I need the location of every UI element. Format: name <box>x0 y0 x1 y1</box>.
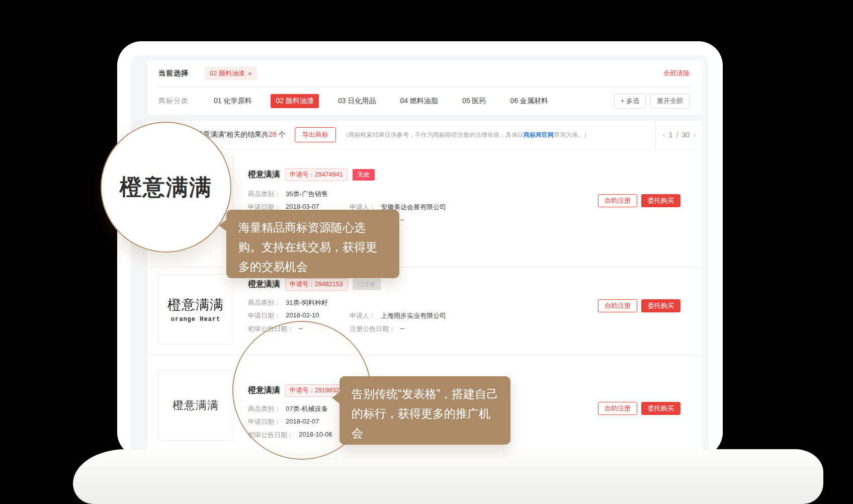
magnifier-circle-top: 橙意满满 <box>101 122 231 253</box>
field-label: 申请日期： <box>248 311 281 320</box>
application-number-value: 29482153 <box>315 281 343 288</box>
application-number-tag: 申请号：29482153 <box>285 278 348 291</box>
current-page: 1 <box>669 131 673 139</box>
entrust-purchase-button[interactable]: 委托购买 <box>641 194 680 207</box>
category-tools: + 多选 展开全部 <box>614 94 690 109</box>
table-row: 橙意满满 orange Heart 橙意满满 申请号：29482153 已注册 … <box>147 267 703 355</box>
field-label: 申请人： <box>350 311 376 320</box>
trademark-image[interactable]: 橙意满满 orange Heart <box>158 274 233 345</box>
field-value: 35类-广告销售 <box>286 190 328 199</box>
category-item-06[interactable]: 06 金属材料 <box>505 94 553 108</box>
pagination: ‹ 1 / 30 › <box>655 121 703 149</box>
disclaimer-text: （商标检索结果仅供参考，不作为商标能否注册的法律依据；具体以商标局官网查询为准。… <box>343 131 590 139</box>
tooltip-promotion: 告别传统“发表格”，搭建自己的标行，获得更多的推广机会 <box>339 376 510 445</box>
category-item-03[interactable]: 03 日化用品 <box>333 94 381 108</box>
category-row-label: 商标分类 <box>158 97 189 106</box>
current-selection-row: 当前选择 02 颜料油漆 × 全部清除 <box>147 60 703 87</box>
next-page-icon[interactable]: › <box>693 130 696 140</box>
application-number-label: 申请号： <box>290 171 315 178</box>
field-label: 注册公告日期： <box>350 324 395 333</box>
disclaimer-prefix: （商标检索结果仅供参考，不作为商标能否注册的法律依据；具体以 <box>343 131 524 138</box>
filter-card: 当前选择 02 颜料油漆 × 全部清除 商标分类 01 化学原料 02 颜料油漆… <box>147 60 703 115</box>
trademark-name[interactable]: 橙意满满 <box>248 279 280 290</box>
trademark-image[interactable]: 橙意满满 <box>158 370 233 441</box>
entrust-purchase-button[interactable]: 委托购买 <box>641 402 680 415</box>
field-label: 商品类别： <box>248 298 281 307</box>
self-register-button[interactable]: 自助注册 <box>598 194 637 207</box>
page-separator: / <box>676 131 678 139</box>
category-item-05[interactable]: 05 医药 <box>457 94 491 108</box>
results-header: 为您检索到“橙意满满”相关的结果共28 个 导出商标 （商标检索结果仅供参考，不… <box>147 121 703 149</box>
field-value: 31类-饲料种籽 <box>286 298 328 307</box>
status-badge: 无效 <box>353 169 375 181</box>
category-item-02-selected[interactable]: 02 颜料油漆 <box>271 94 318 108</box>
entrust-purchase-button[interactable]: 委托购买 <box>641 299 680 312</box>
trademark-image-text: 橙意满满 <box>167 296 224 314</box>
trademark-image-subtext: orange Heart <box>171 316 220 323</box>
application-number-tag: 申请号：29474941 <box>285 169 348 181</box>
total-pages: 30 <box>682 131 690 139</box>
status-badge: 已注册 <box>353 279 381 290</box>
current-selection-label: 当前选择 <box>158 69 189 78</box>
trademark-name[interactable]: 橙意满满 <box>248 170 280 180</box>
expand-all-button[interactable]: 展开全部 <box>650 94 690 109</box>
page-background: 当前选择 02 颜料油漆 × 全部清除 商标分类 01 化学原料 02 颜料油漆… <box>0 0 853 504</box>
field-value: 上海雨步实业有限公司 <box>381 311 446 320</box>
category-item-01[interactable]: 01 化学原料 <box>209 94 257 108</box>
trademark-image-text: 橙意满满 <box>173 398 219 413</box>
application-number-label: 申请号： <box>290 281 315 288</box>
tag-close-icon[interactable]: × <box>248 70 252 77</box>
trademark-office-link[interactable]: 商标局官网 <box>524 131 554 138</box>
field-value: 2018-02-10 <box>286 311 319 320</box>
field-label: 商品类别： <box>248 190 281 199</box>
field-value: – <box>400 216 404 225</box>
category-row: 商标分类 01 化学原料 02 颜料油漆 03 日化用品 04 燃料油脂 05 … <box>147 87 703 115</box>
category-item-04[interactable]: 04 燃料油脂 <box>395 94 443 108</box>
clear-all-link[interactable]: 全部清除 <box>663 69 690 78</box>
prev-page-icon[interactable]: ‹ <box>662 130 665 140</box>
summary-count: 28 <box>269 130 277 138</box>
self-register-button[interactable]: 自助注册 <box>598 402 637 415</box>
summary-suffix: 个 <box>277 130 286 138</box>
multi-select-button[interactable]: + 多选 <box>614 94 646 109</box>
tooltip-marketplace: 海量精品商标资源随心选购。支持在线交易，获得更多的交易机会 <box>226 210 399 278</box>
disclaimer-suffix: 查询为准。） <box>554 131 590 138</box>
export-trademarks-button[interactable]: 导出商标 <box>295 127 336 142</box>
surface-pedestal <box>73 449 823 504</box>
self-register-button[interactable]: 自助注册 <box>598 299 637 312</box>
application-number-value: 29474941 <box>315 171 343 178</box>
magnified-trademark-text: 橙意满满 <box>120 173 212 202</box>
field-value: – <box>400 324 404 333</box>
selected-filter-tag-text: 02 颜料油漆 <box>210 69 245 78</box>
selected-filter-tag[interactable]: 02 颜料油漆 × <box>205 66 257 80</box>
